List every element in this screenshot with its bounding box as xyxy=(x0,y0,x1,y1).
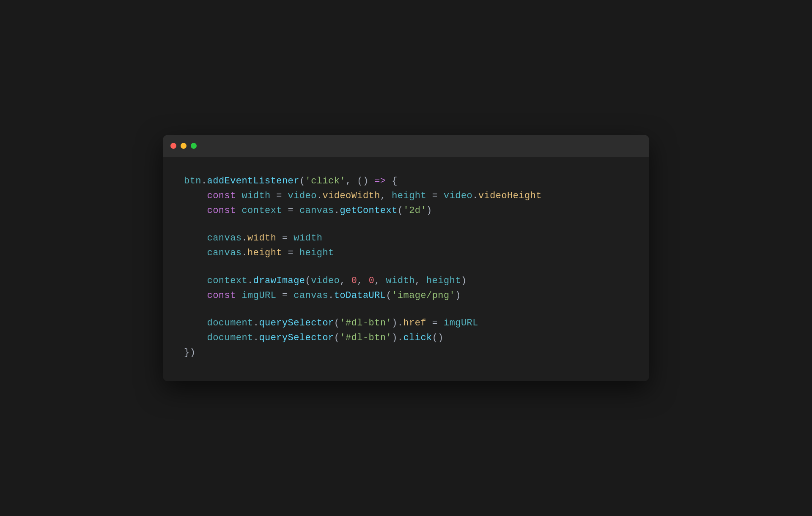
code-line-2: const width = video.videoWidth, height =… xyxy=(184,188,628,203)
close-button[interactable] xyxy=(170,143,176,149)
blank-line-3 xyxy=(184,303,628,316)
minimize-button[interactable] xyxy=(181,143,187,149)
code-line-9: document.querySelector('#dl-btn').click(… xyxy=(184,330,628,345)
code-line-1: btn.addEventListener('click', () => { xyxy=(184,174,628,188)
window-titlebar xyxy=(163,135,649,157)
code-window: btn.addEventListener('click', () => { co… xyxy=(163,135,649,382)
code-line-10: }) xyxy=(184,345,628,360)
maximize-button[interactable] xyxy=(191,143,197,149)
code-editor: btn.addEventListener('click', () => { co… xyxy=(163,157,649,382)
code-line-6: context.drawImage(video, 0, 0, width, he… xyxy=(184,273,628,288)
code-line-4: canvas.width = width xyxy=(184,231,628,246)
code-line-3: const context = canvas.getContext('2d') xyxy=(184,203,628,218)
code-line-7: const imgURL = canvas.toDataURL('image/p… xyxy=(184,288,628,303)
code-line-5: canvas.height = height xyxy=(184,246,628,260)
blank-line-1 xyxy=(184,218,628,231)
blank-line-2 xyxy=(184,261,628,273)
code-line-8: document.querySelector('#dl-btn').href =… xyxy=(184,316,628,330)
